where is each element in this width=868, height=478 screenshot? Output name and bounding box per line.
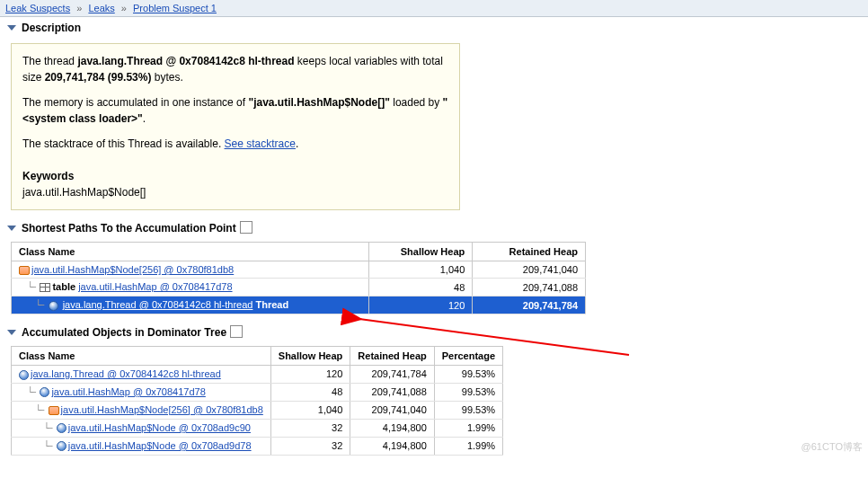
cell-class-name: java.lang.Thread @ 0x7084142c8 hl-thread	[12, 366, 271, 384]
table-row[interactable]: └╴java.util.HashMap$Node @ 0x708ad9d7832…	[12, 437, 503, 455]
cell-class-name: └╴java.util.HashMap$Node @ 0x708ad9d78	[12, 437, 271, 455]
table-icon	[40, 283, 50, 292]
section-dominator-header[interactable]: Accumulated Objects in Dominator Tree	[0, 322, 868, 341]
section-description-header[interactable]: Description	[0, 17, 868, 36]
object-link[interactable]: java.util.HashMap$Node[256] @ 0x780f81db…	[31, 264, 234, 275]
cell-percent: 99.53%	[434, 401, 502, 419]
table-row[interactable]: └╴java.util.HashMap @ 0x708417d7848209,7…	[12, 383, 503, 401]
cell-class-name: └╴java.util.HashMap @ 0x708417d78	[12, 383, 271, 401]
cell-shallow: 1,040	[270, 401, 350, 419]
desc-line-1: The thread java.lang.Thread @ 0x7084142c…	[22, 53, 448, 85]
watermark: @61CTO博客	[802, 440, 863, 454]
col-retained-heap[interactable]: Retained Heap	[350, 347, 434, 366]
cell-retained: 209,741,784	[350, 366, 434, 384]
crumb-problem-suspect[interactable]: Problem Suspect 1	[133, 3, 217, 13]
crumb-leaks[interactable]: Leaks	[88, 3, 114, 13]
cell-percent: 1.99%	[434, 437, 502, 455]
cell-percent: 1.99%	[434, 419, 502, 437]
desc-line-2: The memory is accumulated in one instanc…	[22, 94, 448, 127]
section-title: Shortest Paths To the Accumulation Point	[22, 222, 236, 235]
col-class-name[interactable]: Class Name	[12, 243, 369, 261]
cell-retained: 209,741,088	[473, 279, 586, 297]
section-title: Description	[22, 22, 81, 34]
object-link[interactable]: java.lang.Thread @ 0x7084142c8 hl-thread	[31, 368, 221, 379]
description-box: The thread java.lang.Thread @ 0x7084142c…	[11, 43, 460, 210]
obj-icon	[40, 387, 49, 397]
class-icon	[19, 266, 30, 275]
cell-retained: 209,741,040	[350, 401, 434, 419]
cell-class-name: └╴java.util.HashMap$Node @ 0x708ad9c90	[12, 419, 271, 437]
toggle-icon	[7, 330, 16, 335]
table-row[interactable]: └╴java.util.HashMap$Node[256] @ 0x780f81…	[12, 401, 503, 419]
obj-icon	[19, 370, 29, 380]
crumb-sep: »	[76, 3, 82, 13]
cell-shallow: 48	[369, 279, 473, 297]
table-row[interactable]: └╴java.util.HashMap$Node @ 0x708ad9c9032…	[12, 419, 503, 437]
cell-shallow: 32	[270, 419, 350, 437]
obj-icon	[57, 441, 66, 451]
col-percentage[interactable]: Percentage	[434, 347, 502, 366]
obj-icon	[49, 301, 58, 311]
copy-icon[interactable]	[242, 223, 252, 234]
see-stacktrace-link[interactable]: See stacktrace	[225, 137, 296, 150]
crumb-sep: »	[121, 3, 127, 13]
table-row[interactable]: └╴ java.lang.Thread @ 0x7084142c8 hl-thr…	[12, 297, 586, 314]
cell-class-name: java.util.HashMap$Node[256] @ 0x780f81db…	[12, 261, 369, 279]
object-link[interactable]: java.util.HashMap$Node @ 0x708ad9d78	[68, 440, 252, 451]
col-shallow-heap[interactable]: Shallow Heap	[369, 243, 473, 261]
obj-icon	[57, 423, 66, 433]
table-row[interactable]: └╴table java.util.HashMap @ 0x708417d784…	[12, 279, 586, 297]
cell-class-name: └╴java.util.HashMap$Node[256] @ 0x780f81…	[12, 401, 271, 419]
table-row[interactable]: java.util.HashMap$Node[256] @ 0x780f81db…	[12, 261, 586, 279]
class-icon	[49, 406, 59, 415]
cell-shallow: 32	[270, 437, 350, 455]
cell-shallow: 1,040	[369, 261, 473, 279]
cell-percent: 99.53%	[434, 383, 502, 401]
object-link[interactable]: java.lang.Thread @ 0x7084142c8 hl-thread	[63, 299, 253, 310]
keywords-title: Keywords	[22, 168, 448, 184]
crumb-leak-suspects[interactable]: Leak Suspects	[5, 3, 70, 13]
paths-table: Class Name Shallow Heap Retained Heap ja…	[11, 242, 586, 314]
toggle-icon	[7, 25, 16, 31]
object-link[interactable]: java.util.HashMap$Node[256] @ 0x780f81db…	[61, 404, 263, 415]
cell-retained: 209,741,784	[473, 297, 586, 314]
cell-shallow: 120	[270, 366, 350, 384]
cell-shallow: 48	[270, 383, 350, 401]
table-row[interactable]: java.lang.Thread @ 0x7084142c8 hl-thread…	[12, 366, 503, 384]
section-paths-header[interactable]: Shortest Paths To the Accumulation Point	[0, 217, 868, 236]
breadcrumb: Leak Suspects » Leaks » Problem Suspect …	[0, 0, 868, 17]
cell-retained: 4,194,800	[350, 419, 434, 437]
keyword-item: java.util.HashMap$Node[]	[22, 184, 448, 200]
object-link[interactable]: java.util.HashMap$Node @ 0x708ad9c90	[68, 422, 251, 433]
cell-retained: 209,741,040	[473, 261, 586, 279]
object-link[interactable]: java.util.HashMap @ 0x708417d78	[78, 281, 232, 292]
dominator-table: Class Name Shallow Heap Retained Heap Pe…	[11, 346, 503, 456]
section-title: Accumulated Objects in Dominator Tree	[22, 326, 226, 339]
cell-class-name: └╴table java.util.HashMap @ 0x708417d78	[12, 279, 369, 297]
col-retained-heap[interactable]: Retained Heap	[473, 243, 586, 261]
object-link[interactable]: java.util.HashMap @ 0x708417d78	[51, 386, 205, 397]
cell-retained: 4,194,800	[350, 437, 434, 455]
cell-class-name: └╴ java.lang.Thread @ 0x7084142c8 hl-thr…	[12, 297, 369, 314]
cell-retained: 209,741,088	[350, 383, 434, 401]
col-class-name[interactable]: Class Name	[12, 347, 271, 366]
toggle-icon	[7, 226, 16, 231]
col-shallow-heap[interactable]: Shallow Heap	[270, 347, 350, 366]
desc-line-3: The stacktrace of this Thread is availab…	[22, 136, 448, 152]
cell-shallow: 120	[369, 297, 473, 314]
cell-percent: 99.53%	[434, 366, 502, 384]
copy-icon[interactable]	[232, 327, 243, 338]
